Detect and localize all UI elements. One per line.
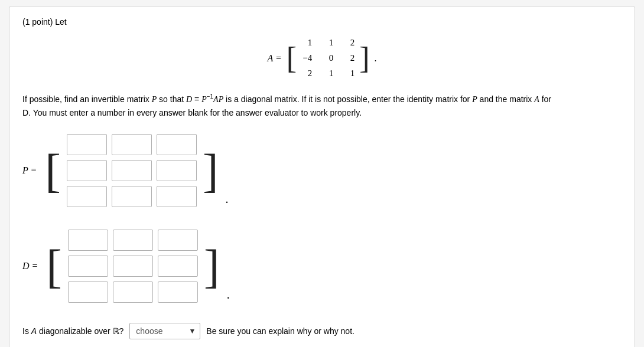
- bracket-big-right-D: ]: [204, 243, 220, 290]
- D-matrix-section: D = [ ] .: [22, 227, 622, 305]
- matrix-a-period: .: [374, 53, 376, 64]
- D-input-11[interactable]: [113, 256, 153, 277]
- cell-a-21: 1: [323, 67, 333, 80]
- cell-a-02: 2: [344, 36, 354, 49]
- bracket-right-a: ]: [359, 43, 369, 74]
- P-input-12[interactable]: [157, 160, 197, 181]
- matrix-a-display: A = [ 1 1 2 −4 0 2 2 1 1 ] .: [22, 35, 622, 81]
- bracket-big-left-D: [: [46, 243, 62, 290]
- D-input-21[interactable]: [113, 281, 153, 303]
- P-input-11[interactable]: [112, 160, 152, 181]
- cell-a-01: 1: [323, 36, 333, 49]
- cell-a-12: 2: [344, 51, 354, 64]
- diagonalizable-dropdown[interactable]: choose Yes No: [129, 323, 200, 339]
- P-input-21[interactable]: [112, 186, 152, 207]
- D-input-01[interactable]: [113, 230, 153, 251]
- bracket-big-right-P: ]: [203, 147, 219, 194]
- diagonalizable-dropdown-wrapper: choose Yes No ▼: [129, 323, 200, 339]
- D-label: D =: [22, 261, 38, 271]
- bracket-big-left-P: [: [45, 147, 61, 194]
- D-input-12[interactable]: [158, 256, 198, 277]
- instructions: If possible, find an invertible matrix P…: [22, 92, 622, 119]
- D-input-20[interactable]: [68, 281, 108, 303]
- cell-a-20: 2: [301, 67, 312, 80]
- D-input-10[interactable]: [68, 256, 108, 277]
- D-input-00[interactable]: [68, 230, 108, 251]
- P-input-20[interactable]: [67, 186, 107, 207]
- P-input-00[interactable]: [67, 134, 107, 155]
- cell-a-10: −4: [301, 51, 312, 64]
- D-input-grid: [63, 227, 203, 305]
- P-matrix-section: P = [ ] .: [22, 132, 622, 209]
- D-input-02[interactable]: [158, 230, 198, 251]
- D-bracket-container: [ ]: [46, 227, 219, 305]
- problem-title: (1 point) Let: [22, 17, 622, 27]
- matrix-a-label: A =: [268, 53, 282, 64]
- matrix-a-grid: 1 1 2 −4 0 2 2 1 1: [298, 35, 358, 81]
- P-label: P =: [22, 165, 37, 176]
- D-input-22[interactable]: [158, 281, 198, 303]
- D-period: .: [227, 288, 230, 302]
- cell-a-22: 1: [344, 67, 354, 80]
- cell-a-00: 1: [301, 36, 312, 49]
- bottom-row: Is A diagonalizable over ℝ? choose Yes N…: [22, 323, 622, 339]
- P-input-02[interactable]: [157, 134, 197, 155]
- cell-a-11: 0: [323, 51, 333, 64]
- matrix-a-bracket: [ 1 1 2 −4 0 2 2 1 1 ]: [287, 35, 370, 81]
- bottom-note-text: Be sure you can explain why or why not.: [206, 326, 354, 336]
- P-input-10[interactable]: [67, 160, 107, 181]
- P-input-grid: [62, 132, 201, 209]
- problem-card: (1 point) Let A = [ 1 1 2 −4 0 2 2 1 1 ]: [9, 6, 635, 347]
- bracket-left-a: [: [287, 43, 297, 74]
- P-input-22[interactable]: [157, 186, 197, 207]
- P-input-01[interactable]: [112, 134, 152, 155]
- P-bracket-container: [ ]: [45, 132, 218, 209]
- P-period: .: [226, 192, 229, 206]
- bottom-question-text: Is A diagonalizable over ℝ?: [22, 326, 123, 336]
